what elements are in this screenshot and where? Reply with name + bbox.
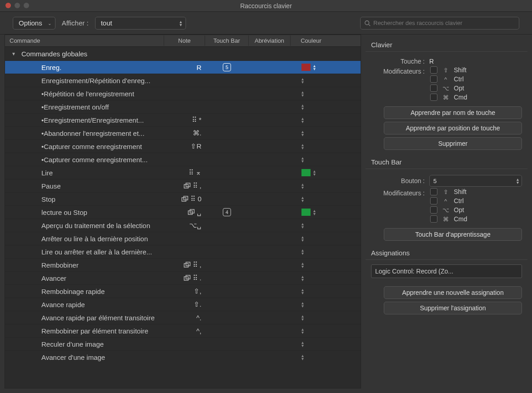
- modifier-checkbox[interactable]: [430, 206, 437, 214]
- note-cell: ⠿ ⌅: [164, 169, 205, 177]
- zoom-window-icon[interactable]: [24, 3, 29, 8]
- stepper-icon[interactable]: ▴▾: [301, 328, 304, 334]
- modifier-symbol: ⌘: [442, 94, 449, 101]
- disclosure-triangle-icon[interactable]: ▼: [11, 51, 16, 56]
- table-row[interactable]: Lire ou arrêter et aller à la dernière..…: [5, 245, 361, 258]
- stepper-icon[interactable]: ▴▾: [301, 104, 304, 110]
- modifier-row: ⌘Cmd: [366, 214, 527, 224]
- stepper-icon[interactable]: ▴▾: [301, 77, 304, 84]
- stepper-icon[interactable]: ▴▾: [301, 196, 304, 202]
- stepper-icon[interactable]: ▴▾: [301, 354, 304, 360]
- stepper-icon[interactable]: ▴▾: [313, 209, 316, 215]
- stepper-icon[interactable]: ▴▾: [301, 301, 304, 308]
- tb-button-select[interactable]: 5 ▴▾: [429, 175, 522, 187]
- table-row[interactable]: lecture ou Stop␣4▴▾: [5, 205, 361, 219]
- minimize-window-icon[interactable]: [15, 3, 20, 8]
- key-label: Touche :: [371, 58, 425, 65]
- stepper-icon[interactable]: ▴▾: [301, 249, 304, 255]
- table-row[interactable]: •Capturer comme enregistrement...▴▾: [5, 153, 361, 166]
- delete-button[interactable]: Supprimer: [384, 137, 522, 150]
- modifier-symbol: ⌥: [442, 207, 449, 214]
- table-body[interactable]: ▼ Commandes globales Enreg.R5▴▾Enregistr…: [5, 47, 361, 388]
- color-cell: ▴▾: [291, 183, 331, 189]
- modifier-symbol: ⌘: [442, 216, 449, 223]
- search-icon: [364, 20, 371, 26]
- table-row[interactable]: Pause⠿ ,▴▾: [5, 179, 361, 192]
- touchbar-learn-button[interactable]: Touch Bar d'apprentissage: [384, 228, 522, 241]
- assignment-value[interactable]: Logic Control: Record (Zo...: [371, 264, 522, 278]
- table-row[interactable]: Rembobinage rapide⇧,▴▾: [5, 284, 361, 298]
- color-cell: ▴▾: [291, 275, 331, 281]
- table-row[interactable]: Avancer d'une image▴▾: [5, 350, 361, 363]
- color-cell: ▴▾: [291, 314, 331, 321]
- learn-by-position-button[interactable]: Apprendre par position de touche: [384, 122, 522, 134]
- table-row[interactable]: Arrêter ou lire à la dernière position▴▾: [5, 232, 361, 245]
- filter-dropdown[interactable]: tout ▴▾: [95, 17, 186, 30]
- modifier-checkbox[interactable]: [430, 66, 437, 74]
- table-row[interactable]: Enregistrement/Répétition d'enreg...▴▾: [5, 74, 361, 87]
- table-row[interactable]: Enreg.R5▴▾: [5, 60, 361, 74]
- learn-by-name-button[interactable]: Apprendre par nom de touche: [384, 106, 522, 119]
- table-row[interactable]: Reculer d'une image▴▾: [5, 337, 361, 350]
- modifier-checkbox[interactable]: [430, 215, 437, 223]
- stepper-icon[interactable]: ▴▾: [301, 314, 304, 321]
- close-window-icon[interactable]: [5, 3, 11, 8]
- stepper-icon[interactable]: ▴▾: [301, 90, 304, 97]
- modifier-row: ⌘Cmd: [366, 93, 527, 102]
- stepper-icon[interactable]: ▴▾: [301, 143, 304, 149]
- table-row[interactable]: Avance rapide⇧.▴▾: [5, 298, 361, 311]
- modifier-checkbox[interactable]: [430, 197, 437, 204]
- note-cell: ^,: [164, 327, 205, 335]
- stepper-icon[interactable]: ▴▾: [301, 262, 304, 268]
- col-header-touchbar[interactable]: Touch Bar: [205, 35, 249, 46]
- modifier-checkbox[interactable]: [430, 94, 437, 101]
- table-row[interactable]: Lire⠿ ⌅▴▾: [5, 166, 361, 179]
- window-title: Raccourcis clavier: [0, 2, 532, 10]
- modifier-checkbox[interactable]: [430, 85, 437, 92]
- note-cell: R: [164, 64, 205, 71]
- stepper-icon[interactable]: ▴▾: [301, 117, 304, 123]
- stepper-icon[interactable]: ▴▾: [301, 275, 304, 281]
- stepper-icon[interactable]: ▴▾: [301, 288, 304, 294]
- options-menu[interactable]: Options ⌄: [13, 17, 55, 30]
- table-row[interactable]: •Enregistrement/Enregistrement...⠿ *▴▾: [5, 113, 361, 126]
- stepper-icon[interactable]: ▴▾: [301, 183, 304, 189]
- table-row[interactable]: Aperçu du traitement de la sélection⌥␣▴▾: [5, 219, 361, 232]
- table-row[interactable]: Avancer⠿ .▴▾: [5, 271, 361, 284]
- color-cell: ▴▾: [291, 249, 331, 255]
- stepper-icon[interactable]: ▴▾: [313, 169, 316, 176]
- clavier-section-title: Clavier: [366, 35, 527, 52]
- col-header-abbreviation[interactable]: Abréviation: [249, 35, 291, 46]
- note-cell: ⠿ ,: [164, 182, 205, 190]
- search-input[interactable]: [373, 20, 515, 26]
- stepper-icon[interactable]: ▴▾: [301, 130, 304, 136]
- note-value: ⠿ ,: [193, 261, 201, 269]
- table-row[interactable]: •Capturer comme enregistrement⇧R▴▾: [5, 139, 361, 153]
- table-row[interactable]: Rembobiner⠿ ,▴▾: [5, 258, 361, 271]
- stepper-icon[interactable]: ▴▾: [301, 156, 304, 163]
- modifier-label: Modificateurs :: [371, 68, 425, 75]
- learn-assignment-button[interactable]: Apprendre une nouvelle assignation: [384, 286, 522, 299]
- stepper-icon[interactable]: ▴▾: [301, 341, 304, 347]
- table-row[interactable]: Rembobiner par élément transitoire^,▴▾: [5, 324, 361, 337]
- modifier-checkbox[interactable]: [430, 188, 437, 195]
- touchbar-cell: 4: [205, 208, 249, 216]
- group-row[interactable]: ▼ Commandes globales: [5, 47, 361, 60]
- col-header-command[interactable]: Commande: [5, 35, 164, 46]
- search-box[interactable]: [360, 17, 519, 30]
- tb-modifier-label: Modificateurs :: [371, 189, 425, 197]
- stepper-icon[interactable]: ▴▾: [313, 64, 316, 70]
- table-row[interactable]: Stop⠿ 0▴▾: [5, 192, 361, 205]
- modifier-checkbox[interactable]: [430, 75, 437, 83]
- table-row[interactable]: •Abandonner l'enregistrement et...⌘.▴▾: [5, 126, 361, 139]
- color-cell: ▴▾: [291, 341, 331, 347]
- table-row[interactable]: •Enregistrement on/off▴▾: [5, 100, 361, 113]
- delete-assignment-button[interactable]: Supprimer l'assignation: [384, 302, 522, 314]
- color-swatch: [301, 169, 311, 176]
- col-header-color[interactable]: Couleur: [291, 35, 331, 46]
- col-header-note[interactable]: Note: [164, 35, 205, 46]
- table-row[interactable]: •Répétition de l'enregistrement▴▾: [5, 87, 361, 100]
- stepper-icon[interactable]: ▴▾: [301, 235, 304, 242]
- stepper-icon[interactable]: ▴▾: [301, 222, 304, 229]
- table-row[interactable]: Avance rapide par élément transitoire^.▴…: [5, 311, 361, 324]
